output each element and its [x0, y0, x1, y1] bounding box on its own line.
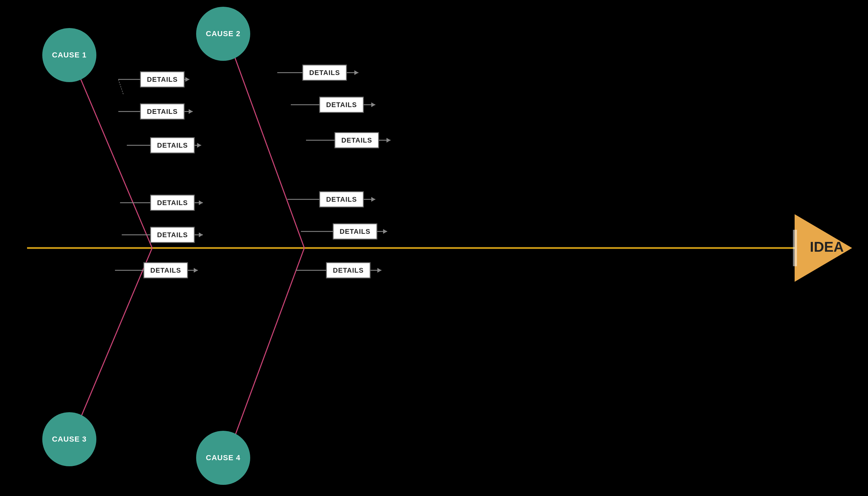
- details-box-1: DETAILS: [140, 72, 184, 88]
- svg-marker-35: [377, 268, 381, 273]
- svg-marker-11: [197, 143, 201, 148]
- cause2-circle: CAUSE 2: [196, 7, 250, 61]
- fishbone-diagram: IDEA: [0, 0, 868, 496]
- svg-line-28: [230, 248, 304, 449]
- svg-marker-25: [199, 232, 203, 237]
- svg-marker-33: [383, 229, 387, 234]
- svg-rect-2: [793, 230, 797, 266]
- svg-marker-15: [354, 70, 358, 75]
- svg-line-7: [118, 79, 123, 95]
- svg-marker-17: [371, 103, 375, 107]
- details-box-3: DETAILS: [150, 138, 194, 153]
- details-box-8: DETAILS: [150, 227, 194, 243]
- details-box-10: DETAILS: [319, 191, 363, 207]
- details-box-9: DETAILS: [144, 263, 188, 278]
- details-box-12: DETAILS: [326, 263, 370, 278]
- idea-label: IDEA: [810, 239, 844, 255]
- details-box-4: DETAILS: [302, 65, 347, 81]
- details-box-5: DETAILS: [319, 97, 363, 113]
- svg-marker-27: [194, 268, 198, 273]
- cause3-circle: CAUSE 3: [42, 412, 96, 466]
- svg-marker-9: [189, 109, 193, 114]
- svg-marker-6: [185, 77, 189, 82]
- svg-marker-23: [199, 200, 203, 205]
- details-box-7: DETAILS: [150, 195, 194, 211]
- cause4-circle: CAUSE 4: [196, 431, 250, 485]
- details-box-2: DETAILS: [140, 104, 184, 120]
- svg-marker-19: [387, 138, 391, 143]
- svg-line-3: [74, 64, 152, 248]
- svg-line-20: [74, 248, 152, 433]
- details-box-6: DETAILS: [334, 133, 379, 148]
- details-box-11: DETAILS: [333, 224, 377, 239]
- fishbone-svg: IDEA: [0, 0, 868, 496]
- svg-line-12: [230, 44, 304, 248]
- svg-marker-31: [371, 197, 375, 202]
- cause1-circle: CAUSE 1: [42, 28, 96, 82]
